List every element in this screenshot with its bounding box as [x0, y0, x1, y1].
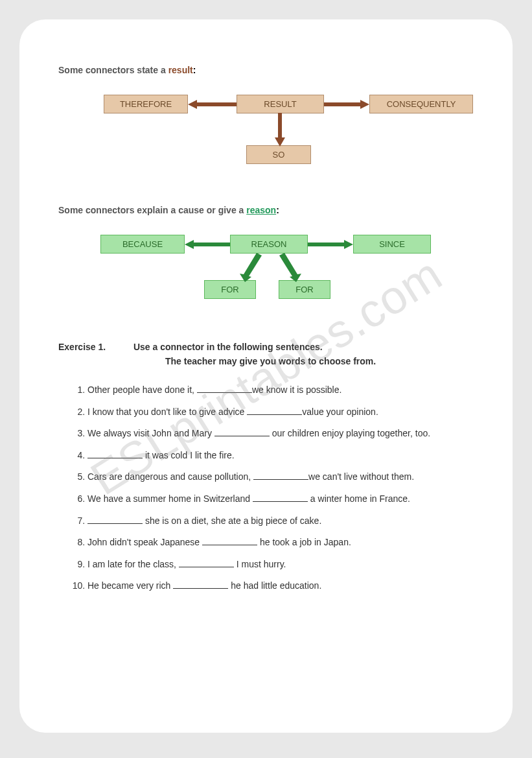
section2-keyword: reason [246, 205, 276, 215]
svg-marker-3 [185, 240, 230, 249]
exercise-title: Exercise 1. [58, 342, 106, 352]
q-post: she is on a diet, she ate a big piece of… [145, 515, 321, 526]
arrow-right-icon [324, 99, 369, 110]
blank-input[interactable] [202, 536, 257, 545]
q-pre: We have a summer home in Switzerland [87, 493, 250, 504]
box-consequently: CONSEQUENTLY [369, 95, 473, 113]
arrow-down-left-green-icon [240, 253, 266, 282]
blank-input[interactable] [179, 558, 234, 567]
exercise-instruction2: The teacher may give you words to choose… [165, 356, 474, 366]
section1-colon: : [193, 65, 196, 75]
q-pre: John didn't speak Japanese [87, 537, 200, 547]
arrow-down-right-green-icon [275, 253, 301, 282]
q-pre: Cars are dangerous and cause pollution, [87, 471, 251, 482]
section2-intro: Some connectors explain a cause or give … [58, 205, 474, 215]
q-post: I must hurry. [237, 559, 286, 569]
q-pre: He became very rich [87, 580, 170, 591]
section1-intro-prefix: Some connectors state a [58, 65, 168, 75]
blank-input[interactable] [214, 427, 270, 436]
arrow-left-green-icon [185, 239, 230, 250]
svg-marker-5 [240, 253, 262, 282]
q-pre: Other people have done it, [87, 385, 194, 395]
blank-input[interactable] [173, 580, 228, 589]
section1-intro: Some connectors state a result: [58, 65, 474, 75]
q-post: we can't live without them. [308, 471, 414, 482]
question-list: Other people have done it, we know it is… [58, 379, 474, 597]
list-item: Other people have done it, we know it is… [87, 379, 474, 401]
q-post: value your opinion. [302, 407, 378, 417]
worksheet-page: ESLprintables.com Some connectors state … [19, 19, 513, 733]
q-pre: I know that you don't like to give advic… [87, 407, 244, 417]
list-item: I am late for the class, I must hurry. [87, 554, 474, 576]
list-item: We have a summer home in Switzerland a w… [87, 488, 474, 510]
box-since: SINCE [353, 235, 431, 254]
list-item: it was cold I lit the fire. [87, 445, 474, 467]
list-item: We always visit John and Mary our childr… [87, 423, 474, 445]
list-item: Cars are dangerous and cause pollution, … [87, 466, 474, 488]
blank-input[interactable] [87, 449, 143, 458]
svg-marker-2 [275, 113, 285, 147]
q-post: a winter home in France. [310, 493, 410, 504]
blank-input[interactable] [247, 406, 302, 415]
svg-marker-1 [324, 100, 369, 109]
list-item: He became very rich he had little educat… [87, 575, 474, 597]
blank-input[interactable] [253, 493, 308, 502]
svg-marker-4 [308, 240, 353, 249]
blank-input[interactable] [87, 515, 143, 524]
box-for-left: FOR [204, 280, 256, 299]
q-post: he took a job in Japan. [260, 537, 351, 547]
q-post: it was cold I lit the fire. [145, 450, 235, 460]
arrow-right-green-icon [308, 239, 353, 250]
blank-input[interactable] [197, 384, 252, 393]
svg-marker-6 [279, 253, 301, 282]
q-post: our children enjoy playing together, too… [272, 428, 430, 438]
box-so: SO [246, 145, 311, 164]
list-item: I know that you don't like to give advic… [87, 401, 474, 423]
box-reason: REASON [230, 235, 308, 254]
q-pre: I am late for the class, [87, 559, 176, 569]
exercise-instruction1: Use a connector in the following sentenc… [133, 342, 323, 352]
q-post: we know it is possible. [252, 385, 342, 395]
box-because: BECAUSE [100, 235, 185, 254]
list-item: she is on a diet, she ate a big piece of… [87, 510, 474, 532]
section1-keyword: result [168, 65, 193, 75]
arrow-left-icon [188, 99, 237, 110]
blank-input[interactable] [253, 471, 308, 480]
box-result: RESULT [237, 95, 324, 113]
arrow-down-icon [273, 113, 286, 147]
reason-diagram: BECAUSE REASON SINCE FOR FOR [58, 235, 474, 319]
result-diagram: THEREFORE RESULT CONSEQUENTLY SO [58, 95, 474, 192]
q-pre: We always visit John and Mary [87, 428, 212, 438]
section2-intro-prefix: Some connectors explain a cause or give … [58, 205, 246, 215]
box-therefore: THEREFORE [104, 95, 188, 113]
section2-colon: : [276, 205, 279, 215]
q-post: he had little education. [231, 580, 321, 591]
box-for-right: FOR [279, 280, 330, 299]
svg-marker-0 [188, 100, 237, 109]
exercise-header: Exercise 1. Use a connector in the follo… [58, 342, 474, 352]
list-item: John didn't speak Japanese he took a job… [87, 532, 474, 554]
